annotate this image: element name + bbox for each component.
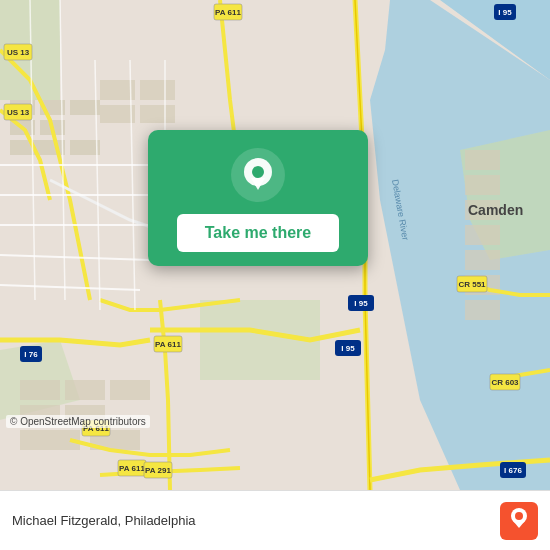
- svg-rect-16: [100, 105, 135, 123]
- moovit-brand-icon: [500, 502, 538, 540]
- svg-text:US 13: US 13: [7, 48, 30, 57]
- svg-rect-26: [465, 175, 500, 195]
- svg-rect-19: [65, 380, 105, 400]
- bottom-bar: Michael Fitzgerald, Philadelphia: [0, 490, 550, 550]
- svg-rect-15: [140, 80, 175, 100]
- svg-text:CR 603: CR 603: [491, 378, 519, 387]
- svg-text:PA 291: PA 291: [145, 466, 171, 475]
- svg-rect-18: [20, 380, 60, 400]
- popup-card: Take me there: [148, 130, 368, 266]
- location-label: Michael Fitzgerald, Philadelphia: [12, 513, 196, 528]
- svg-text:I 676: I 676: [504, 466, 522, 475]
- moovit-logo: [492, 502, 538, 540]
- map-container: I 95 I 95 I 95 I 76 I 676 PA 611 PA 611 …: [0, 0, 550, 490]
- location-pin-icon: [231, 148, 285, 202]
- svg-text:PA 611: PA 611: [215, 8, 241, 17]
- osm-attribution: © OpenStreetMap contributors: [6, 415, 150, 428]
- svg-rect-31: [465, 300, 500, 320]
- svg-text:CR 551: CR 551: [458, 280, 486, 289]
- take-me-there-button[interactable]: Take me there: [177, 214, 339, 252]
- svg-rect-29: [465, 250, 500, 270]
- svg-rect-13: [70, 140, 100, 155]
- svg-text:I 95: I 95: [498, 8, 512, 17]
- svg-rect-20: [110, 380, 150, 400]
- svg-text:US 13: US 13: [7, 108, 30, 117]
- svg-rect-28: [465, 225, 500, 245]
- svg-text:I 76: I 76: [24, 350, 38, 359]
- svg-point-79: [515, 512, 523, 520]
- svg-text:PA 611: PA 611: [119, 464, 145, 473]
- svg-rect-25: [465, 150, 500, 170]
- svg-text:Camden: Camden: [468, 202, 523, 218]
- svg-rect-17: [140, 105, 175, 123]
- svg-text:I 95: I 95: [354, 299, 368, 308]
- svg-text:PA 611: PA 611: [155, 340, 181, 349]
- svg-point-75: [252, 166, 264, 178]
- svg-text:I 95: I 95: [341, 344, 355, 353]
